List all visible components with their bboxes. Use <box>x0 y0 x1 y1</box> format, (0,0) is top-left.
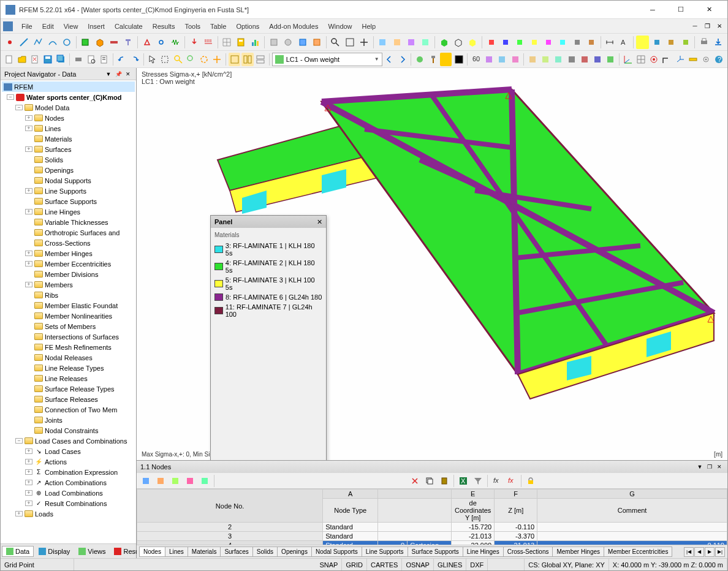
menu-file[interactable]: File <box>17 21 37 32</box>
tool-color4-icon[interactable] <box>679 36 692 49</box>
table-restore-icon[interactable]: ❐ <box>705 463 714 471</box>
tool-undo-icon[interactable] <box>116 53 127 66</box>
tool-misc-7[interactable] <box>571 36 583 49</box>
tool-view1-icon[interactable] <box>376 36 389 49</box>
tool-surface-icon[interactable] <box>79 36 92 49</box>
tool-generic-1[interactable] <box>267 36 280 49</box>
col-letter-a[interactable]: A <box>323 490 378 499</box>
tree-item[interactable]: +↘Load Cases <box>2 446 135 456</box>
tree-expand-icon[interactable]: + <box>25 501 32 506</box>
tree-item[interactable]: Variable Thicknesses <box>2 217 135 227</box>
ttool-lock-icon[interactable] <box>524 474 537 488</box>
col-node-no[interactable]: Node No. <box>137 490 323 523</box>
tool-m1-icon[interactable]: 60 <box>470 53 482 66</box>
tab-nav-next-icon[interactable]: ▶ <box>705 547 715 557</box>
tool-hinge-icon[interactable] <box>154 36 167 49</box>
tool-axis-icon[interactable] <box>622 53 634 66</box>
tool-misc-6[interactable] <box>556 36 569 49</box>
table-grid[interactable]: Node No. A E F G Node Type de Coordinate… <box>137 489 727 545</box>
tree-item[interactable]: Nodal Constraints <box>2 425 135 436</box>
tree-item[interactable]: +Lines <box>2 123 135 134</box>
tool-export-icon[interactable] <box>712 36 725 49</box>
tool-preview-icon[interactable] <box>86 53 97 66</box>
tool-misc-4[interactable] <box>528 36 540 49</box>
table-tab[interactable]: Nodes <box>139 546 165 557</box>
tool-n3-icon[interactable] <box>553 53 564 66</box>
tool-move-icon[interactable] <box>211 53 223 66</box>
tool-view2-icon[interactable] <box>390 36 403 49</box>
ttool-copy-icon[interactable] <box>423 474 436 488</box>
ttool-excel-icon[interactable]: X <box>457 474 470 488</box>
tree-expand-icon[interactable]: + <box>25 188 32 194</box>
tree-expand-icon[interactable]: + <box>15 511 23 516</box>
table-row-selected[interactable]: 4 Standard 0 Cartesian 22.990 -21.013 -0… <box>137 541 727 545</box>
tree-item[interactable]: Nodal Releases <box>2 352 135 363</box>
tool-n1-icon[interactable] <box>526 53 538 66</box>
tool-rotate-icon[interactable] <box>199 53 210 66</box>
tool-lc-prev-icon[interactable] <box>384 53 395 66</box>
table-tab[interactable]: Surfaces <box>220 546 252 557</box>
table-tab[interactable]: Cross-Sections <box>503 546 553 557</box>
tool-color2-icon[interactable] <box>650 36 663 49</box>
loadcase-combo[interactable]: LC1 - Own weight ▼ <box>272 53 382 66</box>
tool-zoomwin-icon[interactable] <box>172 53 184 66</box>
tool-m3-icon[interactable] <box>496 53 508 66</box>
table-row[interactable]: 3 Standard -21.013 -3.370 <box>137 532 727 541</box>
tool-pan-icon[interactable] <box>357 36 370 49</box>
col-nodetype[interactable]: Node Type <box>323 499 378 523</box>
tree-item[interactable]: Line Release Types <box>2 363 135 373</box>
tool-misc-2[interactable] <box>499 36 512 49</box>
nav-tab-display[interactable]: Display <box>35 546 74 556</box>
tree-expand-icon[interactable]: + <box>25 469 32 475</box>
tool-help-icon[interactable]: ? <box>713 53 725 66</box>
tree-item[interactable]: Line Releases <box>2 373 135 384</box>
ttool-paste-icon[interactable] <box>438 474 451 488</box>
table-tab[interactable]: Solids <box>252 546 278 557</box>
panel-header[interactable]: Panel ✕ <box>211 216 326 228</box>
tool-generic-4[interactable] <box>310 36 323 49</box>
table-row[interactable]: 2 Standard -15.720 -0.110 <box>137 523 727 532</box>
tool-render3-icon[interactable] <box>466 36 479 49</box>
tool-section-icon[interactable] <box>122 36 135 49</box>
status-dxf[interactable]: DXF <box>466 559 488 570</box>
tree-item[interactable]: Joints <box>2 415 135 425</box>
maximize-button[interactable]: ☐ <box>667 1 694 18</box>
tree-expand-icon[interactable]: + <box>25 490 32 496</box>
tool-new-icon[interactable] <box>3 53 15 66</box>
tab-nav-last-icon[interactable]: ▶| <box>715 547 725 557</box>
tree-item[interactable]: Sets of Members <box>2 321 135 331</box>
col-letter-e[interactable]: E <box>452 490 495 499</box>
tool-node-icon[interactable] <box>3 36 16 49</box>
tool-measure-icon[interactable] <box>687 53 699 66</box>
tool-misc-5[interactable] <box>542 36 555 49</box>
status-glines[interactable]: GLINES <box>434 559 466 570</box>
tool-snap-icon[interactable] <box>648 53 659 66</box>
tree-expand-icon[interactable]: + <box>25 459 32 464</box>
table-tab[interactable]: Member Eccentricities <box>604 546 672 557</box>
tool-zoomall-icon[interactable] <box>185 53 197 66</box>
tree-item[interactable]: +✓Result Combinations <box>2 498 135 509</box>
tree-item[interactable]: Surface Release Types <box>2 384 135 394</box>
tree-item[interactable]: Orthotropic Surfaces and <box>2 227 135 238</box>
tool-member-icon[interactable] <box>107 36 120 49</box>
tool-saveall-icon[interactable] <box>55 53 67 66</box>
tool-spring-icon[interactable] <box>169 36 182 49</box>
tree-item[interactable]: +⚡Actions <box>2 456 135 467</box>
tree-item[interactable]: +Nodes <box>2 113 135 123</box>
tool-color3-icon[interactable] <box>665 36 678 49</box>
tool-mesh-icon[interactable] <box>220 36 233 49</box>
tool-results3-icon[interactable] <box>453 53 464 66</box>
tool-n4-icon[interactable] <box>566 53 577 66</box>
tool-results2-icon[interactable] <box>440 53 452 66</box>
ttool-fx-icon[interactable]: fx <box>490 474 504 488</box>
tool-n6-icon[interactable] <box>591 53 603 66</box>
tree-item[interactable]: Openings <box>2 165 135 175</box>
table-dropdown-icon[interactable]: ▼ <box>696 463 704 471</box>
tree-item[interactable]: Surface Supports <box>2 196 135 206</box>
tree-expand-icon[interactable]: + <box>25 448 32 454</box>
ttool-filter-icon[interactable] <box>471 474 485 488</box>
tree-item[interactable]: Member Elastic Foundat <box>2 300 135 311</box>
menu-help[interactable]: Help <box>357 21 381 32</box>
tool-misc-8[interactable] <box>585 36 597 49</box>
ttool-fx2-icon[interactable]: fx <box>505 474 518 488</box>
